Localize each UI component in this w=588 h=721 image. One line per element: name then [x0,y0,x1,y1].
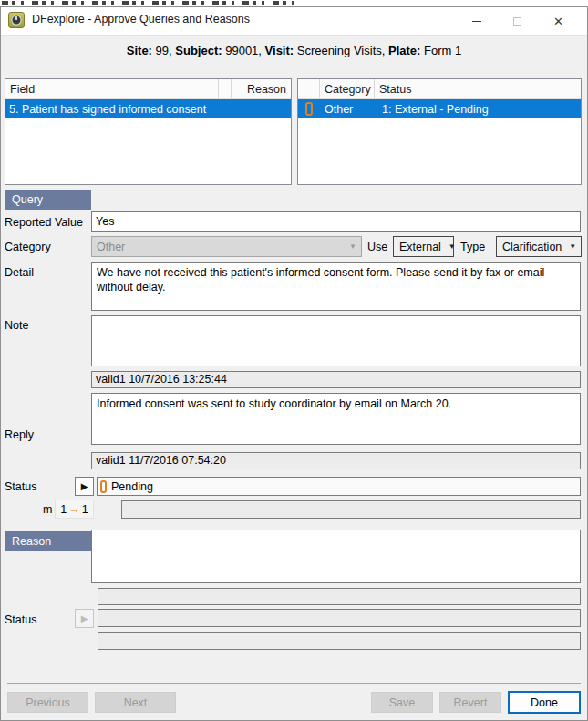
close-button[interactable]: ✕ [538,7,579,35]
use-value: External [399,241,441,253]
field-list-header: Field Reason [5,79,291,99]
note-label: Note [5,319,28,332]
minimize-button[interactable] [456,7,497,35]
window-title: DFexplore - Approve Queries and Reasons [32,13,250,26]
reason-status-label: Status [5,613,36,626]
note-textarea[interactable] [91,315,581,366]
next-button: Next [95,692,176,713]
category-value: Other [97,241,125,253]
screenshot-root: DFexplore - Approve Queries and Reasons … [0,0,588,721]
column-header-status[interactable]: Status [375,79,581,98]
query-section-header: Query [5,190,91,210]
reported-value-input[interactable] [91,211,581,232]
site-value: 99, [156,44,172,57]
type-label: Type [460,241,485,253]
play-icon: ▶ [81,481,88,491]
query-flag-icon [100,480,107,493]
multiplicity-from: 1 [60,503,67,516]
field-list[interactable]: Field Reason 5. Patient has signed infor… [5,78,292,185]
query-list-selected-row[interactable]: Other 1: External - Pending [298,99,581,118]
maximize-button[interactable] [497,7,538,35]
multiplicity-badge: 1 → 1 [55,500,94,519]
subject-value: 99001, [225,44,262,57]
column-header-icon[interactable] [298,79,320,98]
category-label: Category [5,241,51,253]
reason-textarea[interactable] [91,530,581,583]
subject-label: Subject: [175,44,222,57]
type-dropdown[interactable]: Clarification ▼ [496,236,582,257]
plate-value: Form 1 [424,44,461,57]
query-created-stamp: valid1 10/7/2016 13:25:44 [91,371,581,388]
type-value: Clarification [502,241,562,253]
multiplicity-label: m [43,503,52,516]
query-list[interactable]: Category Status Other 1: External - Pend… [297,78,582,185]
reason-stamp-bar [98,588,581,605]
plate-label: Plate: [388,44,420,57]
column-header-reason[interactable]: Reason [232,79,291,98]
minimize-icon [472,21,481,22]
category-combo: Other ▼ [91,236,362,257]
reported-value-label: Reported Value [5,216,83,229]
query-status-value: Pending [111,480,153,493]
chevron-down-icon: ▼ [349,242,356,251]
query-status-label: Status [5,480,36,493]
detail-textarea[interactable]: We have not received this patient's info… [91,262,581,311]
query-list-header: Category Status [298,79,581,99]
maximize-icon [513,17,521,26]
use-label: Use [367,241,387,253]
site-label: Site: [127,44,152,57]
clipped-content-artifact [2,1,303,5]
visit-value: Screening Visits, [297,44,386,57]
arrow-right-icon: → [68,503,80,516]
category-cell: Other [320,103,375,116]
query-status-field: Pending [97,477,581,496]
record-context-bar: Site: 99, Subject: 99001, Visit: Screeni… [0,44,588,57]
reason-section-header: Reason [5,531,91,551]
reason-status-stamp-bar [98,632,581,650]
field-cell: 5. Patient has signed informed consent [5,103,219,116]
multiplicity-to: 1 [82,503,88,516]
query-status-stamp-bar [121,500,581,519]
apply-status-button[interactable]: ▶ [75,477,94,496]
column-header-field[interactable]: Field [5,79,219,98]
use-dropdown[interactable]: External ▼ [393,236,454,257]
done-button[interactable]: Done [508,691,581,714]
detail-label: Detail [5,266,34,279]
field-list-selected-row[interactable]: 5. Patient has signed informed consent [5,99,291,118]
chevron-down-icon: ▼ [562,242,576,251]
chevron-down-icon: ▼ [441,242,456,251]
close-icon: ✕ [553,15,563,27]
reply-label: Reply [5,428,34,441]
save-button: Save [371,692,433,713]
query-flag-icon [305,102,313,116]
previous-button: Previous [7,692,88,713]
play-icon: ▶ [81,613,88,623]
query-reply-stamp: valid1 11/7/2016 07:54:20 [91,452,581,469]
column-header-category[interactable]: Category [320,79,375,98]
reason-status-field [98,609,581,627]
revert-button: Revert [439,692,501,713]
visit-label: Visit: [265,44,294,57]
reply-textarea[interactable]: Informed consent was sent to study coord… [91,393,581,445]
dfexplore-app-icon [8,12,25,28]
column-header-spacer[interactable] [219,79,232,98]
reason-cell [232,99,291,118]
status-cell: 1: External - Pending [375,103,581,116]
reason-apply-status-button: ▶ [75,609,94,628]
footer-separator [7,683,581,684]
